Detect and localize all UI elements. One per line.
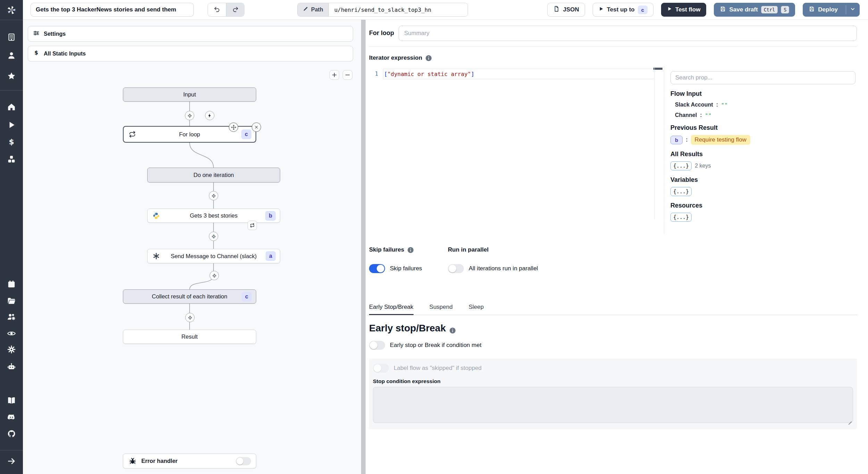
info-icon[interactable] [407, 247, 414, 253]
add-step-button[interactable] [185, 313, 195, 322]
sidebar-divider [0, 450, 23, 450]
play-runs-icon[interactable] [7, 120, 16, 129]
node-for-loop[interactable]: For loop c [123, 126, 256, 143]
all-static-inputs-button[interactable]: $ All Static Inputs [28, 46, 353, 61]
test-up-to-button[interactable]: Test up to c [593, 3, 653, 17]
eye-audit-icon[interactable] [7, 329, 16, 338]
object-expand-chip[interactable]: {...} [670, 161, 692, 170]
error-handler-toggle[interactable] [236, 457, 251, 465]
summary-input[interactable] [399, 26, 857, 41]
code-line: 1 ["dynamic or static array"] [369, 68, 664, 79]
tab-sleep[interactable]: Sleep [469, 304, 484, 315]
variables-row[interactable]: {...} [670, 187, 856, 196]
path-group: Path [297, 3, 468, 17]
flow-settings-button[interactable]: Settings [28, 26, 353, 42]
code-editor[interactable]: 1 ["dynamic or static array"] [369, 66, 664, 234]
undo-icon [214, 6, 220, 14]
home-icon[interactable] [7, 102, 16, 111]
test-up-to-step-badge: c [638, 6, 648, 14]
node-do-one-iteration[interactable]: Do one iteration [147, 168, 280, 183]
stop-condition-textarea[interactable] [373, 387, 853, 423]
github-icon[interactable] [7, 429, 16, 438]
inspector-header: For loop [369, 20, 857, 47]
previous-result-row[interactable]: b : Require testing flow [670, 135, 856, 145]
node-label: Send Message to Channel (slack) [171, 253, 257, 260]
bug-icon [129, 457, 136, 465]
node-result[interactable]: Result [123, 330, 256, 344]
calendar-schedules-icon[interactable] [7, 280, 16, 289]
add-step-button[interactable] [209, 191, 218, 201]
skip-failures-toggle-label: Skip failures [390, 265, 422, 272]
info-icon[interactable] [425, 55, 432, 61]
play-icon [599, 6, 604, 13]
add-step-button[interactable] [210, 271, 219, 280]
save-draft-button[interactable]: Save draft Ctrl S [714, 3, 795, 17]
node-gets-3-best-stories[interactable]: Gets 3 best stories b [147, 209, 280, 223]
node-error-handler[interactable]: Error handler [123, 454, 256, 468]
zoom-in-button[interactable] [329, 70, 339, 80]
zoom-out-button[interactable] [343, 70, 352, 80]
book-docs-icon[interactable] [7, 396, 16, 405]
path-input[interactable] [329, 3, 468, 16]
dollar-variables-icon[interactable]: $ [7, 137, 16, 146]
iterator-editor-row: 1 ["dynamic or static array"] Flow Input… [369, 66, 857, 234]
tab-early-stop-break[interactable]: Early Stop/Break [369, 304, 414, 315]
node-label: Error handler [141, 458, 178, 464]
prop-row-slack-account[interactable]: Slack Account : "" [670, 102, 856, 108]
undo-button[interactable] [208, 3, 226, 16]
move-node-button[interactable] [229, 122, 238, 132]
object-expand-chip[interactable]: {...} [670, 213, 692, 222]
building-icon[interactable] [7, 33, 16, 42]
discord-icon[interactable] [7, 413, 16, 422]
run-in-parallel-toggle[interactable] [448, 264, 464, 273]
trigger-lightning-button[interactable] [205, 111, 215, 120]
test-flow-button[interactable]: Test flow [661, 3, 706, 17]
line-number: 1 [369, 71, 383, 77]
gear-settings-icon[interactable] [7, 345, 16, 354]
node-collect-result[interactable]: Collect result of each iteration c [123, 289, 256, 304]
arrow-right-collapse-icon[interactable] [7, 457, 16, 466]
play-icon [667, 6, 672, 13]
redo-button[interactable] [226, 3, 244, 16]
search-prop-input[interactable] [670, 71, 856, 84]
panel-resize-divider[interactable] [361, 20, 366, 474]
code-bracket-open: [ [384, 71, 387, 77]
user-icon[interactable] [7, 51, 16, 60]
object-expand-chip[interactable]: {...} [670, 187, 692, 196]
variables-heading: Variables [670, 176, 856, 184]
prop-row-channel[interactable]: Channel : "" [670, 112, 856, 118]
delete-node-button[interactable] [252, 122, 261, 132]
resources-row[interactable]: {...} [670, 213, 856, 222]
step-b-chip[interactable]: b [670, 136, 683, 144]
path-label: Path [311, 7, 323, 13]
flow-title-input[interactable] [31, 3, 194, 17]
iterator-expression-label: Iterator expression [369, 54, 422, 61]
folder-icon[interactable] [7, 296, 16, 305]
skip-failures-toggle[interactable] [369, 264, 385, 273]
prop-picker: Flow Input Slack Account : "" Channel : … [664, 66, 857, 234]
test-up-to-label: Test up to [607, 6, 635, 13]
loop-options-row: Skip failures Skip failures Run in paral… [369, 246, 857, 273]
all-results-row[interactable]: {...} 2 keys [670, 161, 856, 170]
boxes-resources-icon[interactable] [7, 155, 16, 164]
add-step-button[interactable] [185, 111, 194, 120]
robot-icon[interactable] [7, 362, 16, 371]
label-skipped-toggle[interactable] [373, 364, 389, 373]
path-chip[interactable]: Path [298, 3, 329, 16]
early-stop-toggle[interactable] [369, 341, 385, 350]
info-icon[interactable] [449, 325, 456, 332]
deploy-more-button[interactable] [846, 5, 859, 14]
add-step-button[interactable] [209, 232, 218, 241]
run-in-parallel-heading: Run in parallel [448, 246, 489, 253]
json-button[interactable]: JSON [547, 3, 585, 17]
star-icon[interactable] [7, 71, 16, 81]
user-group-gear-icon[interactable] [7, 312, 16, 321]
node-input[interactable]: Input [123, 87, 256, 102]
node-send-message-slack[interactable]: Send Message to Channel (slack) a [147, 249, 280, 263]
retry-loop-small-button[interactable] [248, 221, 257, 230]
deploy-button[interactable]: Deploy [803, 3, 860, 17]
flow-canvas[interactable]: Settings $ All Static Inputs Input [23, 20, 361, 474]
tab-suspend[interactable]: Suspend [429, 304, 453, 315]
step-id-badge: c [242, 292, 252, 302]
windmill-logo-icon[interactable] [6, 5, 17, 16]
